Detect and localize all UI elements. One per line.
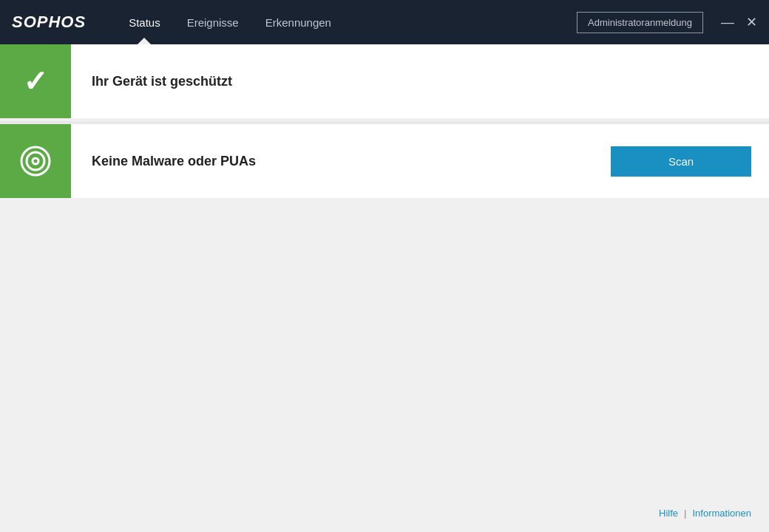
nav-erkennungen[interactable]: Erkennungen: [252, 0, 345, 44]
minimize-button[interactable]: —: [721, 16, 734, 29]
admin-login-button[interactable]: Administratoranmeldung: [577, 12, 703, 33]
checkmark-icon: ✓: [23, 64, 48, 98]
main-nav: Status Ereignisse Erkennungen: [115, 0, 577, 44]
malware-card-title: Keine Malware oder PUAs: [92, 154, 256, 169]
footer-separator: |: [684, 508, 686, 519]
sophos-logo: SOPHOS: [12, 13, 86, 32]
close-button[interactable]: ✕: [746, 16, 757, 29]
nav-status[interactable]: Status: [115, 0, 174, 44]
status-icon-box: ✓: [0, 44, 71, 118]
main-content: ✓ Ihr Gerät ist geschützt Keine Malware …: [0, 44, 769, 532]
status-card-body: Ihr Gerät ist geschützt: [71, 44, 769, 118]
app-window: SOPHOS Status Ereignisse Erkennungen Adm…: [0, 0, 769, 532]
window-controls: — ✕: [721, 16, 757, 29]
nav-right: Administratoranmeldung — ✕: [577, 12, 757, 33]
scan-button[interactable]: Scan: [611, 146, 751, 177]
malware-card: Keine Malware oder PUAs Scan: [0, 124, 769, 198]
info-link[interactable]: Informationen: [693, 508, 752, 519]
help-link[interactable]: Hilfe: [659, 508, 678, 519]
status-card: ✓ Ihr Gerät ist geschützt: [0, 44, 769, 118]
status-card-title: Ihr Gerät ist geschützt: [92, 74, 232, 89]
svg-point-2: [33, 158, 38, 164]
nav-ereignisse[interactable]: Ereignisse: [174, 0, 252, 44]
svg-point-1: [27, 152, 44, 170]
malware-card-actions: Scan: [611, 124, 769, 198]
titlebar: SOPHOS Status Ereignisse Erkennungen Adm…: [0, 0, 769, 44]
target-icon: [19, 145, 52, 177]
malware-card-body: Keine Malware oder PUAs: [71, 124, 611, 198]
footer: Hilfe | Informationen: [659, 508, 751, 519]
malware-icon-box: [0, 124, 71, 198]
